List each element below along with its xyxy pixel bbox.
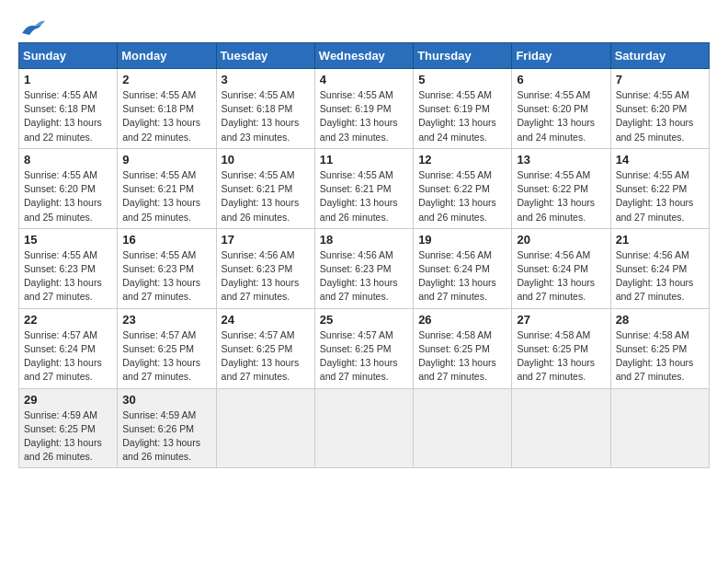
day-number: 22 [24, 313, 112, 327]
day-number: 7 [616, 73, 704, 86]
calendar-cell: 10Sunrise: 4:55 AMSunset: 6:21 PMDayligh… [216, 148, 314, 228]
calendar-cell: 5Sunrise: 4:55 AMSunset: 6:19 PMDaylight… [414, 69, 512, 149]
day-info: Sunrise: 4:58 AMSunset: 6:25 PMDaylight:… [418, 328, 506, 385]
calendar-cell: 17Sunrise: 4:56 AMSunset: 6:23 PMDayligh… [216, 228, 314, 308]
day-number: 1 [24, 73, 112, 86]
day-number: 16 [122, 233, 210, 247]
calendar-weekday-sunday: Sunday [19, 43, 118, 69]
calendar-cell [610, 388, 709, 468]
calendar-weekday-wednesday: Wednesday [314, 43, 413, 69]
calendar-cell: 3Sunrise: 4:55 AMSunset: 6:18 PMDaylight… [216, 69, 314, 149]
day-number: 25 [320, 313, 408, 327]
calendar-cell: 16Sunrise: 4:55 AMSunset: 6:23 PMDayligh… [118, 228, 216, 308]
calendar-cell [512, 388, 610, 468]
day-number: 29 [24, 393, 112, 407]
day-number: 20 [517, 233, 605, 247]
calendar-cell: 8Sunrise: 4:55 AMSunset: 6:20 PMDaylight… [19, 148, 118, 228]
day-number: 30 [122, 393, 210, 407]
calendar-cell: 15Sunrise: 4:55 AMSunset: 6:23 PMDayligh… [19, 228, 118, 308]
day-number: 17 [222, 233, 310, 247]
calendar-cell: 25Sunrise: 4:57 AMSunset: 6:25 PMDayligh… [314, 308, 413, 388]
day-info: Sunrise: 4:59 AMSunset: 6:25 PMDaylight:… [24, 408, 112, 465]
page: SundayMondayTuesdayWednesdayThursdayFrid… [0, 0, 728, 485]
day-number: 26 [418, 313, 506, 327]
day-number: 21 [616, 233, 704, 247]
calendar-cell: 14Sunrise: 4:55 AMSunset: 6:22 PMDayligh… [610, 148, 709, 228]
day-info: Sunrise: 4:56 AMSunset: 6:24 PMDaylight:… [418, 248, 506, 304]
calendar-weekday-friday: Friday [512, 43, 610, 69]
day-info: Sunrise: 4:55 AMSunset: 6:19 PMDaylight:… [418, 88, 506, 144]
calendar-weekday-saturday: Saturday [610, 43, 709, 69]
calendar-table: SundayMondayTuesdayWednesdayThursdayFrid… [18, 42, 710, 468]
calendar-cell [414, 388, 512, 468]
day-info: Sunrise: 4:57 AMSunset: 6:25 PMDaylight:… [122, 328, 210, 385]
day-number: 23 [122, 313, 210, 327]
day-info: Sunrise: 4:55 AMSunset: 6:22 PMDaylight:… [517, 168, 605, 224]
day-number: 4 [320, 73, 408, 86]
day-info: Sunrise: 4:55 AMSunset: 6:22 PMDaylight:… [418, 168, 506, 224]
calendar-cell: 20Sunrise: 4:56 AMSunset: 6:24 PMDayligh… [512, 228, 610, 308]
calendar-cell: 13Sunrise: 4:55 AMSunset: 6:22 PMDayligh… [512, 148, 610, 228]
day-info: Sunrise: 4:55 AMSunset: 6:18 PMDaylight:… [122, 88, 210, 144]
calendar-cell: 23Sunrise: 4:57 AMSunset: 6:25 PMDayligh… [118, 308, 216, 388]
day-info: Sunrise: 4:57 AMSunset: 6:25 PMDaylight:… [222, 328, 310, 385]
day-number: 12 [418, 153, 506, 167]
calendar-cell: 18Sunrise: 4:56 AMSunset: 6:23 PMDayligh… [314, 228, 413, 308]
day-number: 11 [320, 153, 408, 167]
calendar-week-2: 8Sunrise: 4:55 AMSunset: 6:20 PMDaylight… [19, 148, 710, 228]
day-number: 14 [616, 153, 704, 167]
day-info: Sunrise: 4:55 AMSunset: 6:20 PMDaylight:… [517, 88, 605, 144]
day-number: 8 [24, 153, 112, 167]
calendar-week-4: 22Sunrise: 4:57 AMSunset: 6:24 PMDayligh… [19, 308, 710, 388]
calendar-week-1: 1Sunrise: 4:55 AMSunset: 6:18 PMDaylight… [19, 69, 710, 149]
day-info: Sunrise: 4:57 AMSunset: 6:25 PMDaylight:… [320, 328, 408, 385]
header [18, 17, 710, 33]
day-number: 27 [517, 313, 605, 327]
day-info: Sunrise: 4:55 AMSunset: 6:21 PMDaylight:… [320, 168, 408, 224]
day-info: Sunrise: 4:58 AMSunset: 6:25 PMDaylight:… [517, 328, 605, 385]
day-info: Sunrise: 4:55 AMSunset: 6:22 PMDaylight:… [616, 168, 704, 224]
day-number: 3 [222, 73, 310, 86]
day-info: Sunrise: 4:55 AMSunset: 6:21 PMDaylight:… [122, 168, 210, 224]
day-info: Sunrise: 4:55 AMSunset: 6:23 PMDaylight:… [122, 248, 210, 304]
day-number: 18 [320, 233, 408, 247]
calendar-cell: 12Sunrise: 4:55 AMSunset: 6:22 PMDayligh… [414, 148, 512, 228]
day-number: 2 [122, 73, 210, 86]
day-info: Sunrise: 4:56 AMSunset: 6:24 PMDaylight:… [616, 248, 704, 304]
calendar-cell: 6Sunrise: 4:55 AMSunset: 6:20 PMDaylight… [512, 69, 610, 149]
day-info: Sunrise: 4:55 AMSunset: 6:20 PMDaylight:… [616, 88, 704, 144]
day-info: Sunrise: 4:55 AMSunset: 6:21 PMDaylight:… [222, 168, 310, 224]
calendar-cell: 11Sunrise: 4:55 AMSunset: 6:21 PMDayligh… [314, 148, 413, 228]
day-number: 24 [222, 313, 310, 327]
calendar-weekday-thursday: Thursday [414, 43, 512, 69]
day-number: 6 [517, 73, 605, 86]
calendar-cell: 4Sunrise: 4:55 AMSunset: 6:19 PMDaylight… [314, 69, 413, 149]
calendar-cell: 22Sunrise: 4:57 AMSunset: 6:24 PMDayligh… [19, 308, 118, 388]
day-number: 19 [418, 233, 506, 247]
calendar-weekday-monday: Monday [118, 43, 216, 69]
day-number: 10 [222, 153, 310, 167]
calendar-cell: 21Sunrise: 4:56 AMSunset: 6:24 PMDayligh… [610, 228, 709, 308]
calendar-cell: 2Sunrise: 4:55 AMSunset: 6:18 PMDaylight… [118, 69, 216, 149]
calendar-cell: 7Sunrise: 4:55 AMSunset: 6:20 PMDaylight… [610, 69, 709, 149]
day-info: Sunrise: 4:58 AMSunset: 6:25 PMDaylight:… [616, 328, 704, 385]
day-info: Sunrise: 4:59 AMSunset: 6:26 PMDaylight:… [122, 408, 210, 465]
day-info: Sunrise: 4:57 AMSunset: 6:24 PMDaylight:… [24, 328, 112, 385]
day-number: 28 [616, 313, 704, 327]
logo [18, 17, 46, 33]
logo-bird-icon [20, 17, 46, 37]
calendar-cell: 29Sunrise: 4:59 AMSunset: 6:25 PMDayligh… [19, 388, 118, 468]
day-info: Sunrise: 4:55 AMSunset: 6:23 PMDaylight:… [24, 248, 112, 304]
day-info: Sunrise: 4:56 AMSunset: 6:23 PMDaylight:… [222, 248, 310, 304]
day-info: Sunrise: 4:55 AMSunset: 6:18 PMDaylight:… [222, 88, 310, 144]
day-info: Sunrise: 4:55 AMSunset: 6:20 PMDaylight:… [24, 168, 112, 224]
calendar-header-row: SundayMondayTuesdayWednesdayThursdayFrid… [19, 43, 710, 69]
day-info: Sunrise: 4:55 AMSunset: 6:18 PMDaylight:… [24, 88, 112, 144]
calendar-cell: 24Sunrise: 4:57 AMSunset: 6:25 PMDayligh… [216, 308, 314, 388]
day-info: Sunrise: 4:56 AMSunset: 6:23 PMDaylight:… [320, 248, 408, 304]
day-info: Sunrise: 4:55 AMSunset: 6:19 PMDaylight:… [320, 88, 408, 144]
calendar-cell: 1Sunrise: 4:55 AMSunset: 6:18 PMDaylight… [19, 69, 118, 149]
calendar-week-3: 15Sunrise: 4:55 AMSunset: 6:23 PMDayligh… [19, 228, 710, 308]
day-number: 9 [122, 153, 210, 167]
day-number: 13 [517, 153, 605, 167]
